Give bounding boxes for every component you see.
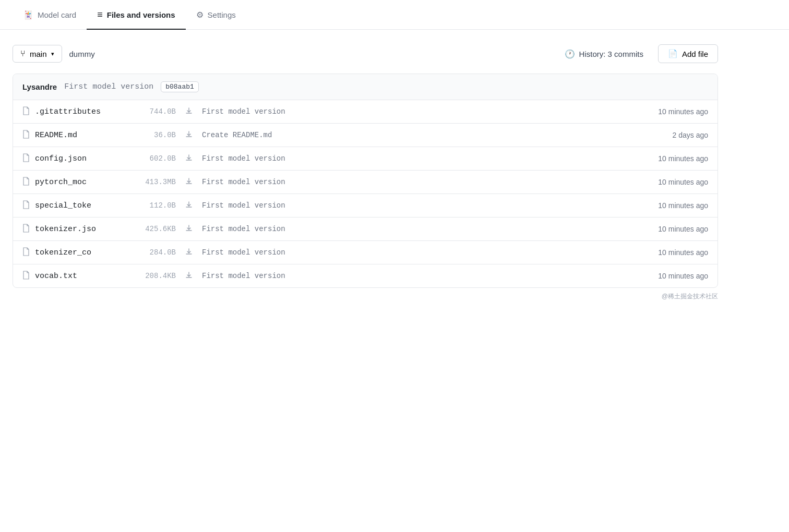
file-size: 208.4KB: [129, 272, 176, 280]
history-link[interactable]: 🕐 History: 3 commits: [565, 49, 643, 59]
download-icon[interactable]: [185, 154, 193, 163]
branch-name: main: [30, 50, 47, 58]
download-icon[interactable]: [185, 131, 193, 140]
download-icon[interactable]: [185, 272, 193, 281]
watermark: @稀土掘金技术社区: [13, 288, 718, 303]
file-time: 10 minutes ago: [635, 248, 708, 257]
tab-settings-label: Settings: [208, 10, 236, 19]
file-size: 284.0B: [129, 248, 176, 257]
file-icon: [22, 200, 30, 211]
file-time: 2 days ago: [635, 131, 708, 139]
file-size: 36.0B: [129, 131, 176, 139]
files-icon: ≡: [97, 9, 103, 20]
tab-model-card-label: Model card: [38, 10, 76, 19]
file-icon: [22, 247, 30, 258]
file-name[interactable]: tokenizer_co: [35, 248, 129, 257]
file-name[interactable]: tokenizer.jso: [35, 225, 129, 234]
git-branch-icon: ⑂: [20, 49, 26, 58]
file-icon: [22, 177, 30, 187]
main-content: ⑂ main ▾ dummy 🕐 History: 3 commits 📄 Ad…: [0, 30, 731, 316]
file-size: 602.0B: [129, 154, 176, 163]
file-plus-icon: 📄: [668, 49, 678, 58]
table-row[interactable]: .gitattributes 744.0B First model versio…: [13, 100, 718, 124]
table-row[interactable]: config.json 602.0B First model version 1…: [13, 147, 718, 171]
file-commit-message: First model version: [202, 225, 635, 233]
add-file-label: Add file: [682, 50, 708, 58]
settings-icon: ⚙: [196, 10, 204, 20]
file-name[interactable]: .gitattributes: [35, 107, 129, 116]
file-time: 10 minutes ago: [635, 178, 708, 186]
file-rows-container: .gitattributes 744.0B First model versio…: [13, 100, 718, 287]
file-size: 413.3MB: [129, 178, 176, 186]
file-commit-message: First model version: [202, 201, 635, 210]
file-icon: [22, 224, 30, 234]
download-icon[interactable]: [185, 107, 193, 116]
tab-files-versions[interactable]: ≡ Files and versions: [87, 0, 185, 30]
file-icon: [22, 106, 30, 117]
commit-author: Lysandre: [22, 82, 57, 91]
table-row[interactable]: vocab.txt 208.4KB First model version 10…: [13, 264, 718, 287]
tab-model-card[interactable]: 🃏 Model card: [13, 1, 87, 29]
file-commit-message: First model version: [202, 107, 635, 116]
table-row[interactable]: pytorch_moc 413.3MB First model version …: [13, 171, 718, 194]
file-name[interactable]: pytorch_moc: [35, 178, 129, 187]
file-commit-message: Create README.md: [202, 131, 635, 139]
file-name[interactable]: special_toke: [35, 201, 129, 210]
file-commit-message: First model version: [202, 154, 635, 163]
file-time: 10 minutes ago: [635, 272, 708, 280]
branch-bar: ⑂ main ▾ dummy 🕐 History: 3 commits 📄 Ad…: [13, 44, 718, 63]
file-time: 10 minutes ago: [635, 107, 708, 116]
file-name[interactable]: vocab.txt: [35, 272, 129, 281]
file-time: 10 minutes ago: [635, 201, 708, 210]
add-file-button[interactable]: 📄 Add file: [658, 44, 718, 63]
chevron-down-icon: ▾: [51, 51, 54, 57]
file-time: 10 minutes ago: [635, 225, 708, 233]
file-size: 744.0B: [129, 107, 176, 116]
file-icon: [22, 271, 30, 281]
commit-hash: b08aab1: [161, 81, 199, 92]
table-row[interactable]: tokenizer_co 284.0B First model version …: [13, 241, 718, 264]
history-label: History: 3 commits: [579, 50, 643, 58]
download-icon[interactable]: [185, 178, 193, 187]
file-size: 112.0B: [129, 201, 176, 210]
breadcrumb-path: dummy: [69, 50, 95, 58]
file-time: 10 minutes ago: [635, 154, 708, 163]
file-commit-message: First model version: [202, 178, 635, 186]
file-commit-message: First model version: [202, 272, 635, 280]
file-size: 425.6KB: [129, 225, 176, 233]
tab-files-versions-label: Files and versions: [107, 10, 175, 19]
tabs-bar: 🃏 Model card ≡ Files and versions ⚙ Sett…: [0, 0, 789, 30]
file-name[interactable]: config.json: [35, 154, 129, 163]
file-icon: [22, 130, 30, 140]
branch-left: ⑂ main ▾ dummy: [13, 45, 95, 63]
file-name[interactable]: README.md: [35, 131, 129, 140]
download-icon[interactable]: [185, 248, 193, 257]
table-row[interactable]: special_toke 112.0B First model version …: [13, 194, 718, 217]
model-card-icon: 🃏: [23, 10, 33, 20]
file-table: Lysandre First model version b08aab1 .gi…: [13, 74, 718, 288]
branch-selector[interactable]: ⑂ main ▾: [13, 45, 62, 63]
tab-settings[interactable]: ⚙ Settings: [186, 1, 246, 29]
table-row[interactable]: README.md 36.0B Create README.md 2 days …: [13, 124, 718, 147]
file-icon: [22, 153, 30, 164]
file-commit-message: First model version: [202, 248, 635, 257]
commit-message: First model version: [64, 82, 153, 91]
clock-icon: 🕐: [565, 49, 575, 59]
table-row[interactable]: tokenizer.jso 425.6KB First model versio…: [13, 217, 718, 241]
file-table-header: Lysandre First model version b08aab1: [13, 74, 718, 100]
download-icon[interactable]: [185, 225, 193, 234]
download-icon[interactable]: [185, 201, 193, 210]
